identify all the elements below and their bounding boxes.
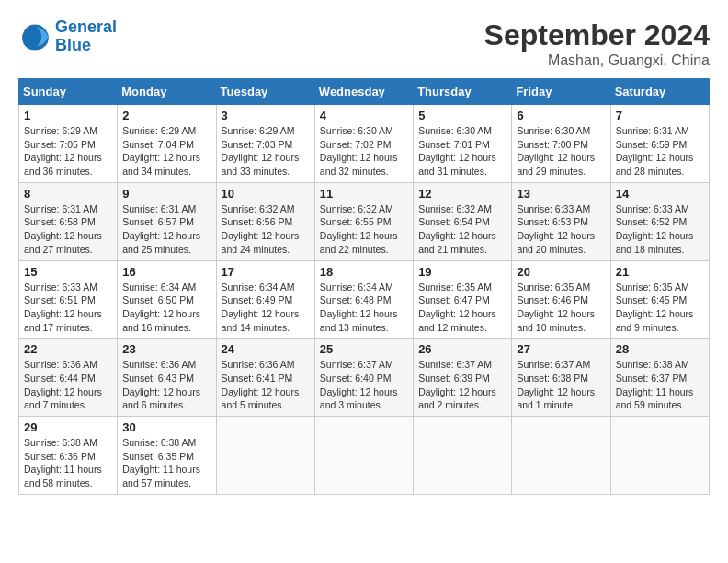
day-number: 1 bbox=[24, 109, 112, 122]
calendar-cell: 1 Sunrise: 6:29 AM Sunset: 7:05 PM Dayli… bbox=[19, 105, 118, 183]
logo: General Blue bbox=[18, 18, 117, 55]
week-row-5: 29 Sunrise: 6:38 AM Sunset: 6:36 PM Dayl… bbox=[19, 417, 710, 495]
calendar-cell: 5 Sunrise: 6:30 AM Sunset: 7:01 PM Dayli… bbox=[414, 105, 512, 183]
day-info: Sunrise: 6:37 AM Sunset: 6:38 PM Dayligh… bbox=[517, 358, 605, 412]
day-info: Sunrise: 6:30 AM Sunset: 7:02 PM Dayligh… bbox=[320, 124, 408, 178]
day-number: 29 bbox=[24, 420, 112, 434]
month-title: September 2024 bbox=[484, 18, 710, 52]
day-number: 28 bbox=[616, 342, 704, 356]
day-number: 30 bbox=[122, 420, 210, 434]
day-number: 9 bbox=[122, 187, 210, 201]
calendar-cell bbox=[414, 417, 512, 495]
day-info: Sunrise: 6:30 AM Sunset: 7:01 PM Dayligh… bbox=[418, 124, 506, 178]
calendar-cell: 17 Sunrise: 6:34 AM Sunset: 6:49 PM Dayl… bbox=[216, 260, 314, 339]
day-info: Sunrise: 6:36 AM Sunset: 6:44 PM Dayligh… bbox=[24, 358, 112, 412]
day-info: Sunrise: 6:35 AM Sunset: 6:47 PM Dayligh… bbox=[418, 281, 506, 335]
day-number: 13 bbox=[517, 187, 605, 201]
calendar-cell: 24 Sunrise: 6:36 AM Sunset: 6:41 PM Dayl… bbox=[216, 339, 314, 417]
calendar-table: SundayMondayTuesdayWednesdayThursdayFrid… bbox=[18, 78, 710, 495]
calendar-cell: 16 Sunrise: 6:34 AM Sunset: 6:50 PM Dayl… bbox=[118, 260, 216, 339]
calendar-cell: 28 Sunrise: 6:38 AM Sunset: 6:37 PM Dayl… bbox=[610, 339, 709, 417]
day-number: 4 bbox=[320, 109, 408, 122]
calendar-cell: 18 Sunrise: 6:34 AM Sunset: 6:48 PM Dayl… bbox=[314, 260, 413, 339]
week-row-2: 8 Sunrise: 6:31 AM Sunset: 6:58 PM Dayli… bbox=[19, 182, 710, 260]
weekday-header-sunday: Sunday bbox=[19, 79, 118, 105]
day-number: 16 bbox=[122, 265, 210, 279]
day-info: Sunrise: 6:31 AM Sunset: 6:57 PM Dayligh… bbox=[122, 202, 210, 257]
day-info: Sunrise: 6:38 AM Sunset: 6:35 PM Dayligh… bbox=[122, 436, 210, 490]
day-number: 23 bbox=[122, 342, 210, 356]
calendar-cell: 23 Sunrise: 6:36 AM Sunset: 6:43 PM Dayl… bbox=[118, 339, 216, 417]
day-info: Sunrise: 6:36 AM Sunset: 6:41 PM Dayligh… bbox=[222, 358, 310, 412]
day-number: 22 bbox=[24, 342, 112, 356]
calendar-cell: 21 Sunrise: 6:35 AM Sunset: 6:45 PM Dayl… bbox=[610, 260, 709, 339]
day-number: 14 bbox=[616, 187, 704, 201]
day-number: 2 bbox=[122, 109, 210, 122]
day-info: Sunrise: 6:31 AM Sunset: 6:58 PM Dayligh… bbox=[24, 202, 112, 257]
calendar-cell: 6 Sunrise: 6:30 AM Sunset: 7:00 PM Dayli… bbox=[512, 105, 610, 183]
day-info: Sunrise: 6:33 AM Sunset: 6:52 PM Dayligh… bbox=[616, 202, 704, 257]
calendar-cell: 10 Sunrise: 6:32 AM Sunset: 6:56 PM Dayl… bbox=[216, 182, 314, 260]
logo-icon bbox=[18, 20, 51, 53]
weekday-header-row: SundayMondayTuesdayWednesdayThursdayFrid… bbox=[19, 79, 710, 105]
day-info: Sunrise: 6:36 AM Sunset: 6:43 PM Dayligh… bbox=[122, 358, 210, 412]
day-number: 27 bbox=[517, 342, 605, 356]
calendar-cell bbox=[216, 417, 314, 495]
calendar-cell: 29 Sunrise: 6:38 AM Sunset: 6:36 PM Dayl… bbox=[19, 417, 118, 495]
logo-line2: Blue bbox=[55, 36, 91, 54]
day-number: 10 bbox=[222, 187, 310, 201]
day-info: Sunrise: 6:35 AM Sunset: 6:45 PM Dayligh… bbox=[616, 281, 704, 335]
day-info: Sunrise: 6:34 AM Sunset: 6:49 PM Dayligh… bbox=[222, 281, 310, 335]
day-info: Sunrise: 6:38 AM Sunset: 6:37 PM Dayligh… bbox=[616, 358, 704, 412]
day-number: 25 bbox=[320, 342, 408, 356]
location-title: Mashan, Guangxi, China bbox=[484, 52, 710, 69]
day-number: 20 bbox=[517, 265, 605, 279]
weekday-header-friday: Friday bbox=[512, 79, 610, 105]
day-info: Sunrise: 6:33 AM Sunset: 6:51 PM Dayligh… bbox=[24, 281, 112, 335]
logo-line1: General bbox=[55, 17, 117, 36]
day-info: Sunrise: 6:29 AM Sunset: 7:04 PM Dayligh… bbox=[122, 124, 210, 178]
calendar-cell bbox=[610, 417, 709, 495]
calendar-cell: 19 Sunrise: 6:35 AM Sunset: 6:47 PM Dayl… bbox=[414, 260, 512, 339]
day-info: Sunrise: 6:35 AM Sunset: 6:46 PM Dayligh… bbox=[517, 281, 605, 335]
calendar-cell: 30 Sunrise: 6:38 AM Sunset: 6:35 PM Dayl… bbox=[118, 417, 216, 495]
calendar-cell bbox=[512, 417, 610, 495]
day-number: 5 bbox=[418, 109, 506, 122]
day-number: 18 bbox=[320, 265, 408, 279]
title-block: September 2024 Mashan, Guangxi, China bbox=[484, 18, 710, 69]
calendar-cell: 9 Sunrise: 6:31 AM Sunset: 6:57 PM Dayli… bbox=[118, 182, 216, 260]
calendar-cell: 11 Sunrise: 6:32 AM Sunset: 6:55 PM Dayl… bbox=[314, 182, 413, 260]
day-number: 17 bbox=[222, 265, 310, 279]
calendar-cell: 26 Sunrise: 6:37 AM Sunset: 6:39 PM Dayl… bbox=[414, 339, 512, 417]
day-info: Sunrise: 6:32 AM Sunset: 6:54 PM Dayligh… bbox=[418, 202, 506, 257]
day-info: Sunrise: 6:32 AM Sunset: 6:55 PM Dayligh… bbox=[320, 202, 408, 257]
day-info: Sunrise: 6:32 AM Sunset: 6:56 PM Dayligh… bbox=[222, 202, 310, 257]
week-row-4: 22 Sunrise: 6:36 AM Sunset: 6:44 PM Dayl… bbox=[19, 339, 710, 417]
weekday-header-tuesday: Tuesday bbox=[216, 79, 314, 105]
calendar-cell: 25 Sunrise: 6:37 AM Sunset: 6:40 PM Dayl… bbox=[314, 339, 413, 417]
day-info: Sunrise: 6:29 AM Sunset: 7:05 PM Dayligh… bbox=[24, 124, 112, 178]
day-info: Sunrise: 6:29 AM Sunset: 7:03 PM Dayligh… bbox=[222, 124, 310, 178]
day-info: Sunrise: 6:34 AM Sunset: 6:48 PM Dayligh… bbox=[320, 281, 408, 335]
day-info: Sunrise: 6:37 AM Sunset: 6:39 PM Dayligh… bbox=[418, 358, 506, 412]
calendar-cell: 4 Sunrise: 6:30 AM Sunset: 7:02 PM Dayli… bbox=[314, 105, 413, 183]
day-info: Sunrise: 6:38 AM Sunset: 6:36 PM Dayligh… bbox=[24, 436, 112, 490]
weekday-header-saturday: Saturday bbox=[610, 79, 709, 105]
day-number: 7 bbox=[616, 109, 704, 122]
calendar-cell: 14 Sunrise: 6:33 AM Sunset: 6:52 PM Dayl… bbox=[610, 182, 709, 260]
day-number: 6 bbox=[517, 109, 605, 122]
calendar-cell bbox=[314, 417, 413, 495]
day-info: Sunrise: 6:37 AM Sunset: 6:40 PM Dayligh… bbox=[320, 358, 408, 412]
day-info: Sunrise: 6:34 AM Sunset: 6:50 PM Dayligh… bbox=[122, 281, 210, 335]
weekday-header-thursday: Thursday bbox=[414, 79, 512, 105]
calendar-cell: 13 Sunrise: 6:33 AM Sunset: 6:53 PM Dayl… bbox=[512, 182, 610, 260]
calendar-cell: 22 Sunrise: 6:36 AM Sunset: 6:44 PM Dayl… bbox=[19, 339, 118, 417]
calendar-cell: 15 Sunrise: 6:33 AM Sunset: 6:51 PM Dayl… bbox=[19, 260, 118, 339]
day-number: 21 bbox=[616, 265, 704, 279]
week-row-1: 1 Sunrise: 6:29 AM Sunset: 7:05 PM Dayli… bbox=[19, 105, 710, 183]
calendar-cell: 12 Sunrise: 6:32 AM Sunset: 6:54 PM Dayl… bbox=[414, 182, 512, 260]
header: General Blue September 2024 Mashan, Guan… bbox=[18, 18, 710, 69]
weekday-header-monday: Monday bbox=[118, 79, 216, 105]
day-info: Sunrise: 6:30 AM Sunset: 7:00 PM Dayligh… bbox=[517, 124, 605, 178]
day-number: 26 bbox=[418, 342, 506, 356]
